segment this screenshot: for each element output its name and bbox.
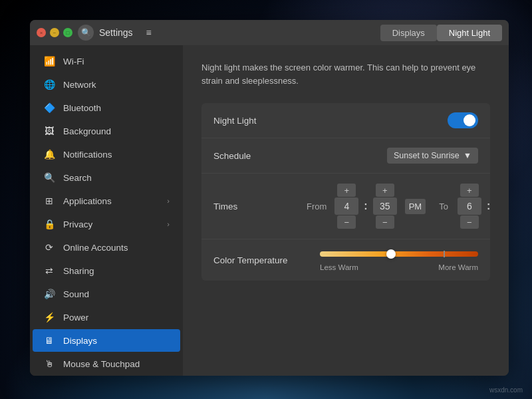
to-hour-up-button[interactable]: + [460, 184, 479, 197]
applications-icon: ⊞ [43, 196, 55, 206]
temp-slider-wrapper[interactable] [320, 249, 478, 259]
settings-card: Night Light Schedule Sunset to Sunrise ▼ [201, 103, 490, 281]
sidebar-label-sound: Sound [63, 289, 89, 299]
temp-labels: Less Warm More Warm [320, 263, 478, 271]
sidebar-label-displays: Displays [63, 336, 97, 346]
temp-slider-track [320, 251, 478, 257]
schedule-label: Schedule [213, 151, 307, 161]
from-min-value: 35 [373, 198, 397, 215]
settings-window: × − □ 🔍 Settings ≡ Displays Night Light … [30, 20, 509, 376]
sidebar-label-bluetooth: Bluetooth [63, 103, 101, 113]
minimize-button[interactable]: − [50, 28, 59, 37]
from-hour-value: 4 [334, 198, 358, 215]
close-button[interactable]: × [37, 28, 46, 37]
titlebar: × − □ 🔍 Settings ≡ Displays Night Light [30, 20, 509, 45]
sidebar-item-sound[interactable]: 🔊 Sound [33, 283, 180, 305]
sidebar-label-notifications: Notifications [63, 150, 112, 160]
sidebar-item-power[interactable]: ⚡ Power [33, 306, 180, 329]
sidebar-item-notifications[interactable]: 🔔 Notifications [33, 143, 180, 166]
to-hour-value: 6 [458, 198, 481, 215]
schedule-row: Schedule Sunset to Sunrise ▼ [201, 138, 490, 174]
sidebar-label-network: Network [63, 80, 96, 90]
search-button[interactable]: 🔍 [78, 25, 94, 41]
titlebar-tabs: Displays Night Light [380, 25, 502, 41]
sidebar-label-privacy: Privacy [63, 219, 92, 229]
sidebar-label-background: Background [63, 126, 111, 136]
sidebar-item-search[interactable]: 🔍 Search [33, 166, 180, 189]
mouse-icon: 🖱 [43, 358, 55, 369]
color-temp-label: Color Temperature [213, 255, 307, 265]
privacy-icon: 🔒 [43, 219, 55, 229]
schedule-value: Sunset to Sunrise [394, 151, 460, 160]
night-light-label: Night Light [213, 116, 307, 126]
maximize-button[interactable]: □ [63, 28, 72, 37]
search-icon: 🔍 [43, 172, 55, 183]
sidebar-item-applications[interactable]: ⊞ Applications › [33, 190, 180, 212]
times-label: Times [213, 201, 307, 211]
bluetooth-icon: 🔷 [43, 102, 55, 113]
sidebar-label-applications: Applications [63, 196, 112, 206]
content-panel: Night light makes the screen color warme… [183, 45, 509, 376]
times-row: Times From + 4 − : + 35 [201, 174, 490, 239]
background-icon: 🖼 [43, 126, 55, 136]
description-text: Night light makes the screen color warme… [201, 61, 490, 87]
sidebar-item-privacy[interactable]: 🔒 Privacy › [33, 213, 180, 235]
more-warm-label: More Warm [438, 263, 478, 271]
night-light-row: Night Light [201, 103, 490, 138]
displays-icon: 🖥 [43, 335, 55, 346]
from-hour-up-button[interactable]: + [337, 184, 356, 197]
sidebar-item-bluetooth[interactable]: 🔷 Bluetooth [33, 96, 180, 119]
wifi-icon: 📶 [43, 56, 55, 66]
from-min-down-button[interactable]: − [376, 215, 394, 229]
sidebar-label-online-accounts: Online Accounts [63, 243, 128, 253]
less-warm-label: Less Warm [320, 263, 358, 271]
sidebar-item-online-accounts[interactable]: ⟳ Online Accounts [33, 236, 180, 259]
dropdown-arrow-icon: ▼ [464, 151, 471, 160]
sidebar-item-wifi[interactable]: 📶 Wi-Fi [33, 50, 180, 72]
colon-1: : [364, 200, 367, 212]
from-period: PM [405, 199, 426, 214]
window-controls: × − □ [37, 28, 72, 37]
online-accounts-icon: ⟳ [43, 242, 55, 253]
to-hour-stepper: + 6 − [458, 183, 481, 229]
from-hour-down-button[interactable]: − [337, 215, 356, 229]
sidebar-label-mouse-touchpad: Mouse & Touchpad [63, 359, 140, 369]
temp-slider-thumb[interactable] [386, 249, 396, 259]
sidebar: 📶 Wi-Fi 🌐 Network 🔷 Bluetooth 🖼 Backgrou… [30, 45, 183, 376]
color-temp-content: Less Warm More Warm [320, 249, 478, 271]
sidebar-item-sharing[interactable]: ⇄ Sharing [33, 259, 180, 282]
tab-night-light[interactable]: Night Light [437, 25, 502, 41]
from-min-up-button[interactable]: + [376, 184, 394, 197]
sound-icon: 🔊 [43, 289, 55, 299]
network-icon: 🌐 [43, 79, 55, 90]
schedule-dropdown[interactable]: Sunset to Sunrise ▼ [387, 148, 478, 164]
main-content: 📶 Wi-Fi 🌐 Network 🔷 Bluetooth 🖼 Backgrou… [30, 45, 509, 376]
from-label: From [307, 201, 327, 211]
colon-2: : [487, 200, 490, 212]
to-label: To [439, 201, 448, 211]
toggle-slider [448, 112, 478, 128]
watermark: wsxdn.com [489, 386, 523, 394]
sidebar-item-mouse-touchpad[interactable]: 🖱 Mouse & Touchpad [33, 352, 180, 375]
privacy-arrow-icon: › [167, 220, 170, 228]
from-hour-stepper: + 4 − [334, 183, 358, 229]
sidebar-label-power: Power [63, 313, 88, 323]
menu-button[interactable]: ≡ [141, 25, 157, 41]
applications-arrow-icon: › [167, 197, 170, 205]
notifications-icon: 🔔 [43, 149, 55, 160]
sidebar-label-search: Search [63, 173, 92, 183]
from-min-stepper: + 35 − [373, 183, 397, 229]
sidebar-item-background[interactable]: 🖼 Background [33, 120, 180, 142]
sidebar-label-sharing: Sharing [63, 266, 94, 276]
tab-displays[interactable]: Displays [380, 25, 437, 41]
sidebar-item-network[interactable]: 🌐 Network [33, 73, 180, 96]
sidebar-item-displays[interactable]: 🖥 Displays [33, 329, 180, 352]
color-temp-row: Color Temperature Less Warm More Warm [201, 239, 490, 281]
sharing-icon: ⇄ [43, 265, 55, 276]
night-light-toggle[interactable] [448, 112, 478, 128]
to-hour-down-button[interactable]: − [460, 215, 479, 229]
times-content: From + 4 − : + 35 − [307, 183, 490, 229]
temp-tick [444, 251, 445, 257]
window-title: Settings [99, 27, 133, 38]
sidebar-label-wifi: Wi-Fi [63, 57, 84, 66]
